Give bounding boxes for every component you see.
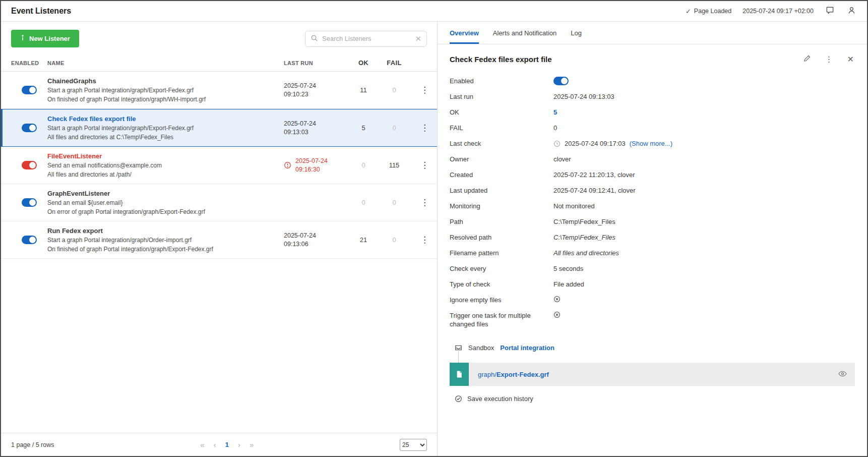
listener-action: Start a graph Portal integration/graph/E… [47, 124, 284, 132]
row-menu-button[interactable]: ⋮ [416, 84, 433, 96]
field-label: Owner [450, 155, 553, 163]
close-detail-button[interactable]: ✕ [846, 53, 855, 65]
enabled-toggle[interactable] [22, 198, 37, 207]
listener-action: Start a graph Portal integration/graph/E… [47, 86, 284, 94]
crossed-circle-icon [553, 311, 561, 318]
fail-count: 0 [378, 86, 411, 94]
last-run-cell: 2025-07-2409:13:06 [284, 232, 349, 249]
detail-enabled-toggle[interactable] [553, 77, 569, 85]
sandbox-link[interactable]: Portal integration [500, 344, 554, 352]
last-run-cell: 2025-07-2409:10:23 [284, 82, 349, 99]
listener-scope: All files and directories at /path/ [47, 170, 284, 179]
row-menu-button[interactable]: ⋮ [416, 122, 433, 134]
user-menu-button[interactable] [846, 5, 857, 17]
detail-field: Owner clover [450, 151, 855, 167]
listener-action: Start a graph Portal integration/graph/O… [47, 236, 284, 244]
feedback-button[interactable] [825, 5, 835, 17]
previous-page-button[interactable]: ‹ [213, 440, 216, 449]
last-page-button[interactable]: » [250, 440, 254, 449]
field-label: Last run [450, 92, 553, 101]
listener-name: ChainedGraphs [47, 77, 284, 85]
table-row[interactable]: FileEventListener Send an email notifica… [1, 147, 437, 184]
detail-field: OK 5 [450, 104, 855, 120]
field-label: Monitoring [450, 202, 553, 210]
tab-alerts-and-notification[interactable]: Alerts and Notification [493, 22, 556, 44]
table-footer: 1 page / 5 rows « ‹ 1 › » 25 [1, 433, 437, 456]
table-row[interactable]: ChainedGraphs Start a graph Portal integ… [1, 72, 437, 109]
new-listener-button[interactable]: New Listener [11, 30, 79, 47]
field-value: 2025-07-24 09:13:03 [553, 92, 614, 101]
graph-bar[interactable]: graph/Export-Fedex.grf [450, 363, 855, 386]
view-graph-button[interactable] [838, 363, 855, 386]
listener-scope: All files and directories at C:\Temp\Fed… [47, 133, 284, 141]
save-history-row: Save execution history [455, 395, 855, 403]
page-size-select[interactable]: 25 [400, 439, 427, 451]
detail-title: Check Fedex files export file [450, 55, 552, 64]
ok-count: 11 [349, 86, 378, 94]
show-more-link[interactable]: (Show more...) [630, 139, 672, 148]
detail-field: Path C:\Temp\Fedex_Files [450, 214, 855, 230]
last-run-cell: 2025-07-2409:16:30 [284, 157, 349, 174]
fail-count: 115 [378, 161, 411, 169]
top-bar: Event Listeners ✓ Page Loaded 2025-07-24… [1, 1, 867, 22]
field-label: FAIL [450, 124, 553, 132]
check-circle-icon [455, 395, 462, 403]
comment-icon [826, 6, 834, 16]
last-check-value: 2025-07-24 09:17:03 [565, 139, 626, 148]
enabled-toggle[interactable] [22, 236, 37, 244]
ok-count: 0 [349, 161, 378, 169]
user-icon [847, 6, 856, 16]
enabled-toggle[interactable] [22, 161, 37, 169]
tab-log[interactable]: Log [571, 22, 582, 44]
table-header: ENABLED NAME LAST RUN OK FAIL [1, 54, 437, 72]
detail-field: Ignore empty files [450, 292, 855, 308]
detail-field: Monitoring Not monitored [450, 198, 855, 214]
listener-action: Send an email ${user.email} [47, 199, 284, 207]
field-label: Enabled [450, 77, 553, 85]
first-page-button[interactable]: « [200, 440, 204, 449]
listener-name: FileEventListener [47, 152, 284, 160]
field-label: Last updated [450, 186, 553, 195]
col-name: NAME [47, 60, 284, 66]
detail-fields: Enabled Last run 2025-07-24 09:13:03 OK … [438, 70, 867, 332]
row-menu-button[interactable]: ⋮ [416, 234, 433, 246]
last-run-cell: 2025-07-2409:13:03 [284, 120, 349, 137]
table-row[interactable]: Check Fedex files export file Start a gr… [1, 109, 437, 147]
field-label: Ignore empty files [450, 296, 553, 304]
field-value: All files and directories [553, 249, 619, 257]
pencil-icon [803, 54, 811, 64]
tab-overview[interactable]: Overview [450, 22, 479, 44]
app-window: Event Listeners ✓ Page Loaded 2025-07-24… [0, 0, 868, 457]
enabled-toggle[interactable] [22, 86, 37, 94]
enabled-toggle[interactable] [22, 124, 37, 132]
search-icon [311, 34, 318, 43]
clear-search-icon[interactable]: ✕ [415, 35, 421, 42]
listener-name: Run Fedex export [47, 226, 284, 235]
listener-name: GraphEventListener [47, 189, 284, 198]
current-page-button[interactable]: 1 [225, 441, 229, 448]
new-listener-label: New Listener [29, 35, 70, 42]
pagination: « ‹ 1 › » [54, 440, 400, 449]
field-label: Created [450, 170, 553, 179]
ok-count: 5 [349, 124, 378, 132]
table-row[interactable]: GraphEventListener Send an email ${user.… [1, 184, 437, 221]
field-value: 2025-07-24 09:17:03(Show more...) [553, 139, 672, 148]
col-last-run: LAST RUN [284, 60, 349, 66]
field-value: 2025-07-24 09:12:41, clover [553, 186, 636, 195]
field-value: Not monitored [553, 202, 595, 210]
table-row[interactable]: Run Fedex export Start a graph Portal in… [1, 221, 437, 259]
detail-field: Enabled [450, 73, 855, 89]
field-value: C:\Temp\Fedex_Files [553, 233, 615, 242]
detail-menu-button[interactable]: ⋮ [824, 53, 834, 65]
detail-field: Last run 2025-07-24 09:13:03 [450, 89, 855, 104]
edit-button[interactable] [802, 53, 812, 65]
ok-count-link[interactable]: 5 [553, 108, 557, 117]
row-menu-button[interactable]: ⋮ [416, 196, 433, 209]
search-input[interactable] [322, 35, 411, 42]
detail-field: Created 2025-07-22 11:20:13, clover [450, 167, 855, 183]
next-page-button[interactable]: › [238, 440, 240, 449]
server-timestamp: 2025-07-24 09:17 +02:00 [742, 8, 814, 15]
listener-scope: On error of graph Portal integration/gra… [47, 208, 284, 216]
field-value: 5 [553, 108, 557, 117]
row-menu-button[interactable]: ⋮ [416, 159, 433, 172]
